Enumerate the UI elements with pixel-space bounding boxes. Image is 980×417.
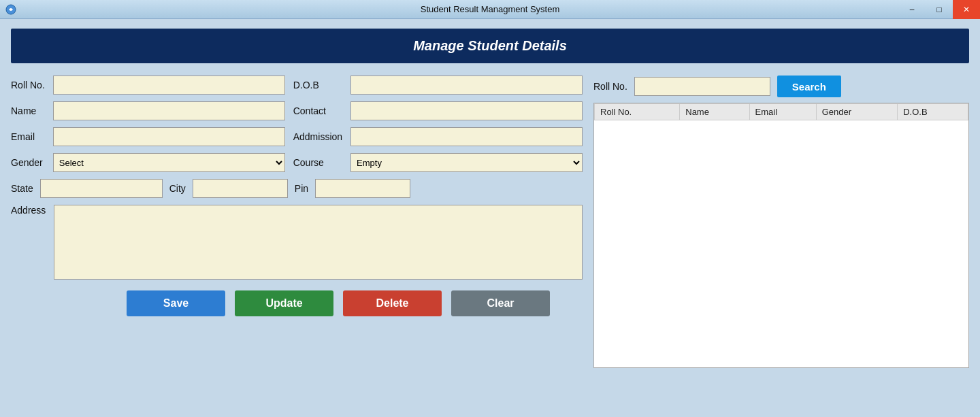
buttons-row: Save Update Delete Clear: [127, 290, 583, 316]
course-label: Course: [293, 157, 342, 168]
minimize-button[interactable]: –: [898, 0, 926, 19]
address-row: Address: [11, 205, 583, 280]
state-city-pin-row: State City Pin: [11, 179, 583, 198]
main-window: Manage Student Details Roll No. D.O.B Na…: [0, 19, 980, 417]
admission-input[interactable]: [350, 127, 583, 146]
data-table: Roll No. Name Email Gender D.O.B: [594, 103, 968, 120]
search-roll-no-input[interactable]: [634, 77, 770, 96]
col-dob: D.O.B: [898, 104, 968, 120]
col-gender: Gender: [816, 104, 898, 120]
roll-no-input[interactable]: [53, 76, 285, 95]
app-icon: [5, 4, 16, 15]
col-roll-no: Roll No.: [595, 104, 680, 120]
course-select[interactable]: Empty: [350, 153, 583, 172]
clear-button[interactable]: Clear: [451, 290, 550, 316]
window-controls: – □ ✕: [898, 0, 980, 19]
gender-select[interactable]: Select Male Female Other: [53, 153, 285, 172]
state-input[interactable]: [40, 179, 163, 198]
title-bar: Student Result Managment System – □ ✕: [0, 0, 980, 19]
search-button[interactable]: Search: [777, 76, 841, 97]
left-form: Roll No. D.O.B Name Contact Email Addmis…: [11, 76, 583, 368]
city-label: City: [169, 183, 186, 194]
right-panel: Roll No. Search Roll No. Name Email Gend…: [593, 76, 969, 368]
search-roll-no-label: Roll No.: [593, 81, 627, 92]
col-name: Name: [680, 104, 749, 120]
contact-label: Contact: [293, 105, 342, 116]
table-header-row: Roll No. Name Email Gender D.O.B: [595, 104, 968, 120]
close-button[interactable]: ✕: [953, 0, 980, 19]
col-email: Email: [749, 104, 816, 120]
page-header: Manage Student Details: [11, 29, 969, 63]
state-label: State: [11, 183, 33, 194]
content-area: Roll No. D.O.B Name Contact Email Addmis…: [11, 76, 969, 368]
gender-label: Gender: [11, 157, 45, 168]
admission-label: Addmission: [293, 131, 342, 142]
data-table-container[interactable]: Roll No. Name Email Gender D.O.B: [593, 103, 969, 368]
name-label: Name: [11, 105, 45, 116]
page-title: Manage Student Details: [413, 38, 567, 53]
address-label: Address: [11, 205, 46, 216]
email-input[interactable]: [53, 127, 285, 146]
update-button[interactable]: Update: [235, 290, 333, 316]
contact-input[interactable]: [350, 101, 583, 120]
dob-label: D.O.B: [293, 80, 342, 90]
roll-no-label: Roll No.: [11, 80, 45, 90]
search-row: Roll No. Search: [593, 76, 969, 97]
address-textarea[interactable]: [54, 205, 583, 280]
form-grid: Roll No. D.O.B Name Contact Email Addmis…: [11, 76, 583, 172]
email-label: Email: [11, 131, 45, 142]
save-button[interactable]: Save: [127, 290, 225, 316]
pin-label: Pin: [295, 183, 308, 194]
pin-input[interactable]: [315, 179, 410, 198]
name-input[interactable]: [53, 101, 285, 120]
delete-button[interactable]: Delete: [343, 290, 442, 316]
window-title: Student Result Managment System: [421, 4, 560, 14]
city-input[interactable]: [193, 179, 288, 198]
maximize-button[interactable]: □: [926, 0, 953, 19]
dob-input[interactable]: [350, 76, 583, 95]
